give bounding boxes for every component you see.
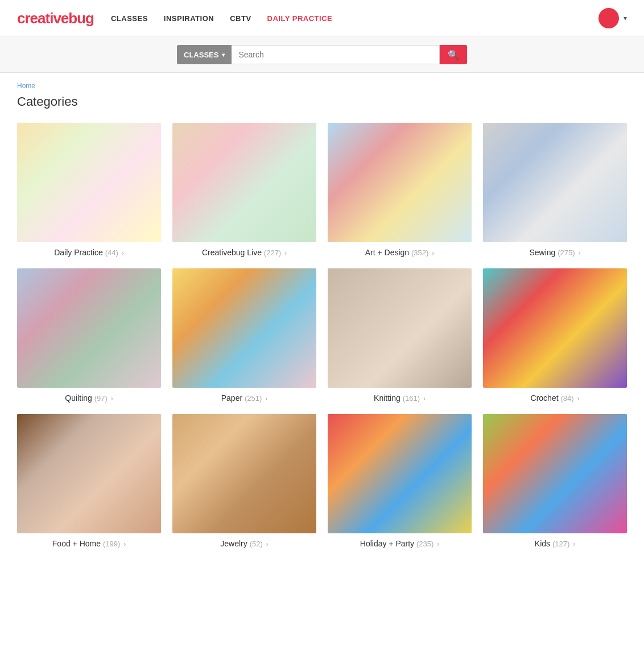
category-label-art-design: Art + Design (352) › xyxy=(365,248,435,257)
category-item-paper[interactable]: Paper (251) › xyxy=(167,263,322,408)
category-image-jewelry xyxy=(172,414,316,533)
category-item-art-design[interactable]: Art + Design (352) › xyxy=(322,117,477,263)
category-item-daily-practice[interactable]: Daily Practice (44) › xyxy=(11,117,167,263)
category-image-kids xyxy=(483,414,627,533)
classes-dropdown[interactable]: CLASSES ▾ xyxy=(177,45,232,64)
nav-classes[interactable]: CLASSES xyxy=(111,14,148,23)
category-item-food-home[interactable]: Food + Home (199) › xyxy=(11,408,167,554)
category-image-crochet xyxy=(483,268,627,388)
category-label-knitting: Knitting (161) › xyxy=(374,393,426,403)
main-nav: CLASSES INSPIRATION CBTV DAILY PRACTICE xyxy=(111,14,598,23)
category-item-holiday-party[interactable]: Holiday + Party (235) › xyxy=(322,408,477,554)
category-label-creativebug-live: Creativebug Live (227) › xyxy=(202,248,287,257)
category-label-paper: Paper (251) › xyxy=(221,393,268,403)
category-image-sewing xyxy=(483,123,627,242)
categories-grid: Daily Practice (44) ›Creativebug Live (2… xyxy=(0,117,644,565)
category-item-sewing[interactable]: Sewing (275) › xyxy=(477,117,633,263)
category-item-creativebug-live[interactable]: Creativebug Live (227) › xyxy=(167,117,322,263)
breadcrumb-home[interactable]: Home xyxy=(17,82,35,90)
category-image-holiday-party xyxy=(328,414,472,533)
dropdown-caret-icon: ▾ xyxy=(222,52,225,58)
category-label-food-home: Food + Home (199) › xyxy=(52,539,126,548)
category-item-crochet[interactable]: Crochet (84) › xyxy=(477,263,633,408)
category-image-creativebug-live xyxy=(172,123,316,242)
logo[interactable]: creativebug xyxy=(17,10,94,27)
search-icon: 🔍 xyxy=(448,50,459,60)
category-image-knitting xyxy=(328,268,472,388)
category-item-quilting[interactable]: Quilting (97) › xyxy=(11,263,167,408)
category-label-crochet: Crochet (84) › xyxy=(531,393,580,403)
category-image-food-home xyxy=(17,414,161,533)
page-title: Categories xyxy=(0,92,644,117)
breadcrumb: Home xyxy=(0,73,644,92)
dropdown-label: CLASSES xyxy=(184,51,218,59)
search-bar: CLASSES ▾ 🔍 xyxy=(0,37,644,73)
nav-cbtv[interactable]: CBTV xyxy=(230,14,251,23)
category-image-quilting xyxy=(17,268,161,388)
search-container: CLASSES ▾ 🔍 xyxy=(177,45,467,64)
category-item-knitting[interactable]: Knitting (161) › xyxy=(322,263,477,408)
nav-daily-practice[interactable]: DAILY PRACTICE xyxy=(267,14,333,23)
search-input[interactable] xyxy=(232,45,440,64)
account-chevron-icon[interactable]: ▾ xyxy=(624,14,627,22)
category-label-jewelry: Jewelry (52) › xyxy=(220,539,268,548)
category-label-sewing: Sewing (275) › xyxy=(529,248,580,257)
category-label-kids: Kids (127) › xyxy=(535,539,575,548)
nav-inspiration[interactable]: INSPIRATION xyxy=(164,14,214,23)
search-button[interactable]: 🔍 xyxy=(440,45,467,64)
header-right: ▾ xyxy=(598,8,627,28)
header: creativebug CLASSES INSPIRATION CBTV DAI… xyxy=(0,0,644,37)
category-image-daily-practice xyxy=(17,123,161,242)
category-item-jewelry[interactable]: Jewelry (52) › xyxy=(167,408,322,554)
avatar[interactable] xyxy=(598,8,619,28)
category-image-art-design xyxy=(328,123,472,242)
category-label-daily-practice: Daily Practice (44) › xyxy=(54,248,123,257)
category-label-holiday-party: Holiday + Party (235) › xyxy=(360,539,439,548)
category-item-kids[interactable]: Kids (127) › xyxy=(477,408,633,554)
category-image-paper xyxy=(172,268,316,388)
category-label-quilting: Quilting (97) › xyxy=(65,393,113,403)
